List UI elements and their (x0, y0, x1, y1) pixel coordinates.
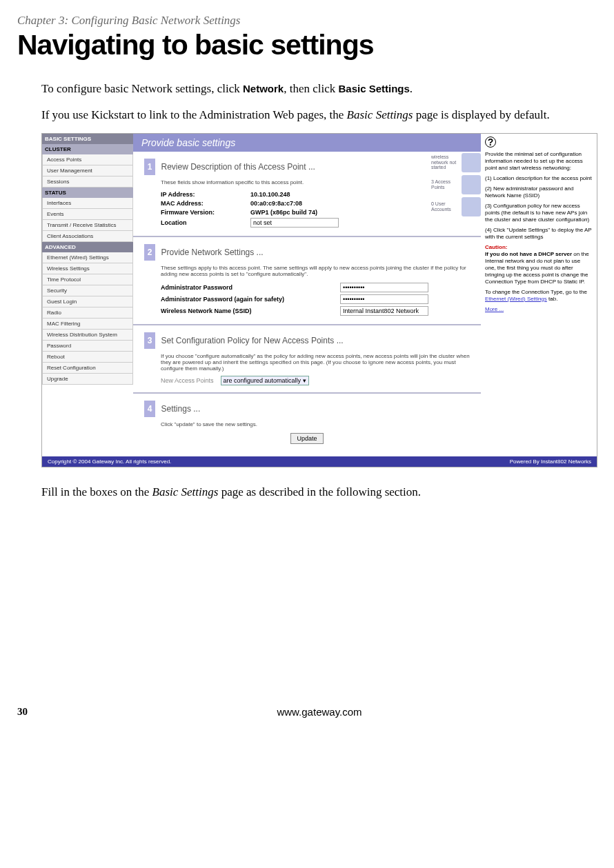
wireless-icon (462, 153, 481, 172)
sidebar-item-reboot[interactable]: Reboot (42, 352, 133, 363)
sidebar-status-header: STATUS (42, 188, 133, 198)
footer-powered: Powered By Instant802 Networks (510, 458, 591, 465)
sidebar-item-guest[interactable]: Guest Login (42, 296, 133, 307)
help-p7: To change the Connection Type, go to the (485, 289, 587, 295)
sidebar-item-reset[interactable]: Reset Configuration (42, 363, 133, 374)
help-p2: (1) Location description for the access … (485, 175, 593, 182)
card-wireless: wireless network not started (431, 154, 462, 170)
sidebar-item-security[interactable]: Security (42, 285, 133, 296)
loc-label: Location (161, 219, 250, 226)
sidebar-basic-header[interactable]: BASIC SETTINGS (42, 134, 133, 144)
sidebar-item-radio[interactable]: Radio (42, 307, 133, 319)
help-panel: ? Provide the minimal set of configurati… (481, 134, 597, 456)
sidebar-cluster-header: CLUSTER (42, 144, 133, 154)
pw1-label: Administrator Password (161, 284, 340, 291)
ip-value: 10.10.100.248 (250, 191, 290, 198)
mac-label: MAC Address: (161, 200, 250, 207)
sidebar-advanced-header: ADVANCED (42, 242, 133, 252)
page-number: 30 (17, 706, 42, 718)
card-aps: 3 Access Points (431, 179, 462, 190)
sidebar: BASIC SETTINGS CLUSTER Access Points Use… (42, 134, 133, 456)
location-input[interactable]: not set (250, 218, 339, 228)
sidebar-item-wds[interactable]: Wireless Distribution System (42, 330, 133, 341)
users-icon (462, 197, 481, 216)
chapter-heading: Chapter 3: Configuring Basic Network Set… (17, 14, 597, 28)
main-content: Provide basic settings wireless network … (133, 134, 481, 456)
nap-label: New Access Points (161, 377, 214, 384)
sidebar-item-ethernet[interactable]: Ethernet (Wired) Settings (42, 252, 133, 263)
page-banner: Provide basic settings (133, 134, 481, 152)
sidebar-item-upgrade[interactable]: Upgrade (42, 374, 133, 385)
section-2-note: These settings apply to this access poin… (161, 265, 470, 277)
help-caution: Caution: (485, 244, 507, 250)
section-1-title: Review Description of this Access Point … (161, 162, 315, 172)
fw-value: GWP1 (x86pc build 74) (250, 209, 317, 216)
ip-label: IP Address: (161, 191, 250, 198)
sidebar-item-interfaces[interactable]: Interfaces (42, 198, 133, 209)
intro-para-2: If you use Kickstart to link to the Admi… (41, 107, 597, 123)
password-confirm-input[interactable]: •••••••••• (340, 294, 428, 304)
chevron-down-icon: ▾ (303, 377, 306, 384)
sidebar-item-events[interactable]: Events (42, 209, 133, 220)
help-p6a: If you do not have a DHCP server (485, 251, 572, 257)
section-3-title: Set Configuration Policy for New Access … (161, 336, 344, 345)
status-cards: wireless network not started 3 Access Po… (431, 153, 481, 219)
fw-label: Firmware Version: (161, 209, 250, 216)
nap-select[interactable]: are configured automatically ▾ (221, 376, 309, 385)
footer-copyright: Copyright © 2004 Gateway Inc. All rights… (48, 458, 171, 465)
sidebar-item-sessions[interactable]: Sessions (42, 176, 133, 188)
card-users: 0 User Accounts (431, 201, 462, 212)
step-4-icon: 4 (144, 401, 155, 417)
section-4-note: Click "update" to save the new settings. (161, 421, 470, 427)
sidebar-item-client-assoc[interactable]: Client Associations (42, 231, 133, 242)
password-input[interactable]: •••••••••• (340, 283, 428, 292)
section-2-title: Provide Network Settings ... (161, 248, 264, 257)
update-button[interactable]: Update (290, 433, 323, 444)
section-3-note: If you choose "configure automatically" … (161, 353, 470, 372)
pw2-label: Administrator Password (again for safety… (161, 296, 340, 303)
help-icon: ? (485, 137, 496, 148)
ssid-input[interactable]: Internal Instant802 Network (340, 306, 428, 316)
screenshot: BASIC SETTINGS CLUSTER Access Points Use… (41, 133, 597, 467)
aps-icon (462, 175, 481, 194)
sidebar-item-time[interactable]: Time Protocol (42, 274, 133, 285)
help-p4: (3) Configuration policy for new access … (485, 203, 593, 223)
ssid-label: Wireless Network Name (SSID) (161, 307, 340, 314)
help-p1: Provide the minimal set of configuration… (485, 151, 593, 172)
mac-value: 00:a0:c9:8a:c7:08 (250, 200, 302, 207)
step-1-icon: 1 (144, 159, 155, 175)
step-3-icon: 3 (144, 332, 155, 349)
after-para: Fill in the boxes on the Basic Settings … (41, 485, 597, 499)
page-title: Navigating to basic settings (17, 29, 597, 61)
footer-url: www.gateway.com (42, 706, 597, 718)
section-4-title: Settings ... (161, 404, 201, 414)
help-p3: (2) New administrator password and Netwo… (485, 185, 593, 199)
sidebar-item-mac[interactable]: MAC Filtering (42, 319, 133, 330)
help-more-link[interactable]: More ... (485, 306, 504, 312)
section-1-note: These fields show information specific t… (161, 179, 470, 185)
help-p7b: tab. (547, 296, 558, 302)
sidebar-item-user-management[interactable]: User Management (42, 165, 133, 176)
help-p5: (4) Click "Update Settings" to deploy th… (485, 227, 593, 241)
help-link-ethernet[interactable]: Ethernet (Wired) Settings (485, 296, 547, 302)
intro-para-1: To configure basic Network settings, cli… (41, 81, 597, 97)
sidebar-item-password[interactable]: Password (42, 341, 133, 352)
sidebar-item-access-points[interactable]: Access Points (42, 154, 133, 165)
step-2-icon: 2 (144, 244, 155, 261)
sidebar-item-stats[interactable]: Transmit / Receive Statistics (42, 220, 133, 231)
sidebar-item-wireless[interactable]: Wireless Settings (42, 263, 133, 274)
